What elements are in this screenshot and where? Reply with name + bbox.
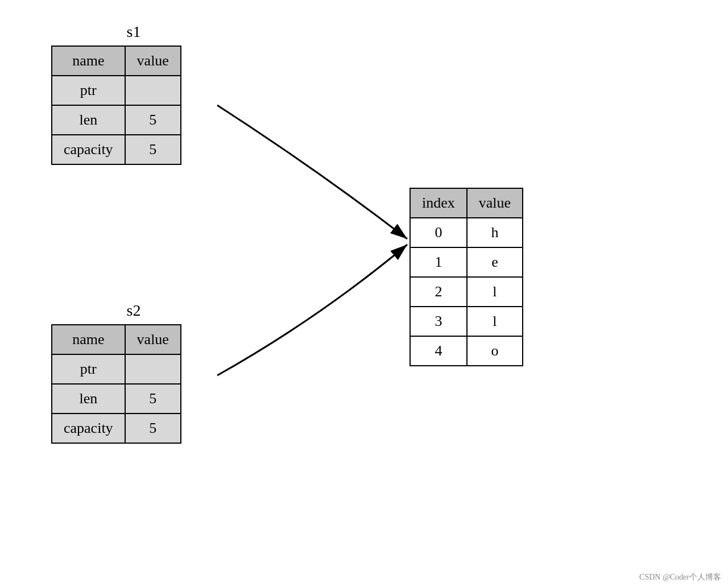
s2-col-value: value [125, 325, 181, 354]
array-value-4: o [467, 336, 523, 366]
s2-row-ptr: ptr [52, 354, 181, 384]
array-index-3: 3 [410, 307, 467, 336]
array-row-1: 1 e [410, 247, 523, 277]
s2-header-row: name value [52, 325, 181, 354]
s1-capacity-name: capacity [52, 135, 125, 164]
array-value-0: h [467, 218, 523, 247]
s2-ptr-value [125, 354, 181, 384]
array-col-index: index [410, 188, 467, 218]
array-row-0: 0 h [410, 218, 523, 247]
s2-capacity-name: capacity [52, 414, 125, 443]
array-index-0: 0 [410, 218, 467, 247]
s2-col-name: name [52, 325, 125, 354]
s1-ptr-name: ptr [52, 76, 125, 105]
s2-label: s2 [51, 301, 216, 320]
s1-col-name: name [52, 46, 125, 76]
s1-ptr-value [125, 76, 181, 105]
s1-capacity-value: 5 [125, 135, 181, 164]
array-row-2: 2 l [410, 277, 523, 307]
s1-len-value: 5 [125, 105, 181, 135]
array-index-1: 1 [410, 247, 467, 277]
array-col-value: value [467, 188, 523, 218]
s1-table: name value ptr len 5 capacity 5 [51, 46, 181, 165]
s2-row-capacity: capacity 5 [52, 414, 181, 443]
array-index-4: 4 [410, 336, 467, 366]
s1-row-len: len 5 [52, 105, 181, 135]
array-value-2: l [467, 277, 523, 307]
s1-col-value: value [125, 46, 181, 76]
array-value-1: e [467, 247, 523, 277]
s2-len-name: len [52, 384, 125, 414]
s1-header-row: name value [52, 46, 181, 76]
s1-row-capacity: capacity 5 [52, 135, 181, 164]
s2-len-value: 5 [125, 384, 181, 414]
diagram: s1 name value ptr len 5 capacity 5 s2 na… [0, 0, 728, 587]
s1-label: s1 [51, 23, 216, 41]
s2-arrow [217, 245, 407, 375]
array-row-4: 4 o [410, 336, 523, 366]
s2-row-len: len 5 [52, 384, 181, 414]
s2-table: name value ptr len 5 capacity 5 [51, 324, 181, 444]
array-value-3: l [467, 307, 523, 336]
s1-len-name: len [52, 105, 125, 135]
s2-capacity-value: 5 [125, 414, 181, 443]
s2-ptr-name: ptr [52, 354, 125, 384]
array-table: index value 0 h 1 e 2 l 3 l 4 o [410, 188, 523, 366]
watermark: CSDN @Coder个人博客 [639, 572, 721, 582]
s1-arrow [217, 105, 407, 239]
array-header-row: index value [410, 188, 523, 218]
array-row-3: 3 l [410, 307, 523, 336]
s1-row-ptr: ptr [52, 76, 181, 105]
array-index-2: 2 [410, 277, 467, 307]
